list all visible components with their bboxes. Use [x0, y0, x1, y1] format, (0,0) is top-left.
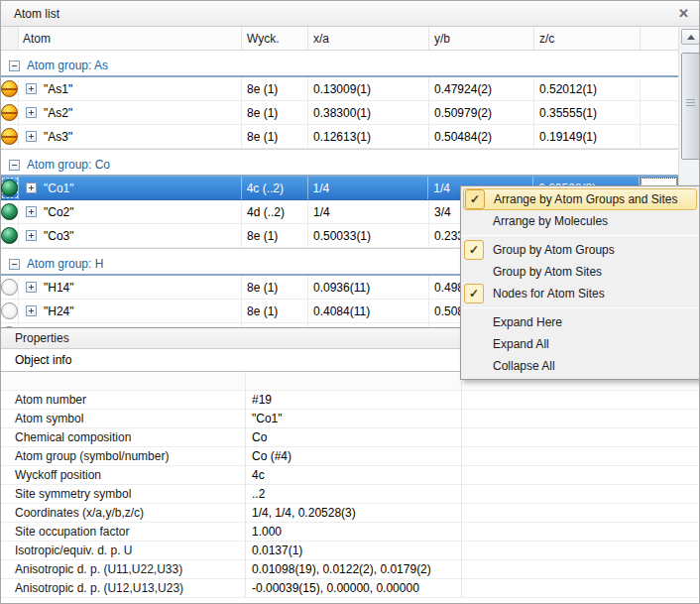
expand-plus-icon[interactable] — [26, 230, 37, 241]
cell-wyck: 8e (1) — [242, 101, 308, 124]
properties-table: Atom number #19 Atom symbol "Co1" Chemic… — [1, 372, 700, 598]
property-value: 0.0137(1) — [246, 542, 462, 559]
table-row: Site symmetry symbol ..2 — [1, 485, 700, 504]
atom-name: "As1" — [44, 82, 72, 96]
checkmark-icon: ✓ — [464, 284, 484, 303]
atom-list-window: Atom list ✕ Atom Wyck. x/a y/b z/c Atom … — [0, 0, 700, 604]
table-row: Anisotropic d. p. (U11,U22,U33) 0.01098(… — [1, 560, 700, 579]
cell-wyck: 4d (..2) — [242, 200, 308, 223]
cell-xa: 0.12613(1) — [308, 125, 429, 148]
menu-item-nodes-for-atom-sites[interactable]: ✓ Nodes for Atom Sites — [461, 283, 699, 304]
cell-xa: 0.13009(1) — [308, 77, 429, 100]
cell-yb: 0.50979(2) — [429, 101, 534, 124]
property-label: Wyckoff position — [1, 466, 246, 484]
column-header-yb[interactable]: y/b — [429, 27, 534, 50]
property-label: Isotropic/equiv. d. p. U — [1, 542, 246, 559]
menu-icon-spacer — [464, 262, 484, 282]
group-title: Atom group: H — [27, 257, 103, 271]
cell-wyck: 8e (1) — [242, 125, 308, 148]
group-header-as[interactable]: Atom group: As — [1, 56, 678, 75]
column-header-wyck[interactable]: Wyck. — [242, 27, 308, 50]
property-label: Coordinates (x/a,y/b,z/c) — [1, 504, 246, 522]
atom-sphere-icon — [1, 177, 19, 199]
checkmark-icon: ✓ — [464, 240, 484, 260]
cell-xa: 0.4084(11) — [308, 300, 429, 322]
menu-item-label: Group by Atom Sites — [493, 265, 602, 279]
menu-item-collapse-all[interactable]: Collapse All — [461, 355, 699, 377]
menu-item-arrange-by-molecules[interactable]: Arrange by Molecules — [461, 210, 699, 232]
menu-item-group-by-atom-groups[interactable]: ✓ Group by Atom Groups — [461, 239, 699, 261]
atom-sphere-icon — [1, 300, 19, 322]
table-row: Site occupation factor 1.000 — [1, 523, 700, 542]
cell-yb: 0.47924(2) — [429, 77, 534, 100]
menu-item-arrange-by-atom-groups-and-sites[interactable]: ✓ Arrange by Atom Groups and Sites — [463, 188, 697, 210]
collapse-minus-icon[interactable] — [9, 160, 20, 171]
menu-icon-spacer — [464, 356, 484, 376]
menu-item-expand-all[interactable]: Expand All — [461, 333, 699, 355]
property-value: 1.000 — [246, 523, 462, 541]
column-header-extra — [641, 27, 677, 50]
atom-name: "As2" — [44, 106, 72, 120]
close-icon[interactable]: ✕ — [678, 7, 689, 20]
column-header-zc[interactable]: z/c — [534, 27, 641, 50]
scroll-up-arrow-icon[interactable] — [681, 29, 700, 45]
property-label: Site occupation factor — [1, 523, 246, 541]
expand-plus-icon[interactable] — [26, 305, 37, 316]
menu-item-label: Arrange by Molecules — [493, 214, 608, 228]
atom-name: "H24" — [44, 304, 74, 318]
table-row: Coordinates (x/a,y/b,z/c) 1/4, 1/4, 0.20… — [1, 504, 700, 523]
atom-sphere-icon — [1, 200, 19, 223]
cell-xa: 0.38300(1) — [308, 101, 429, 124]
property-value: #19 — [246, 391, 462, 409]
cell-zc: 0.19149(1) — [534, 125, 641, 148]
menu-item-group-by-atom-sites[interactable]: Group by Atom Sites — [461, 261, 699, 283]
property-label: Atom symbol — [1, 410, 246, 427]
property-value: -0.00039(15), 0.00000, 0.00000 — [246, 579, 462, 597]
table-row[interactable]: "As2" 8e (1) 0.38300(1) 0.50979(2) 0.355… — [1, 101, 678, 125]
table-row: Chemical composition Co — [1, 428, 700, 447]
column-header-xa[interactable]: x/a — [308, 27, 429, 50]
cell-extra — [641, 125, 677, 148]
property-value: 4c — [246, 466, 462, 484]
expand-plus-icon[interactable] — [26, 107, 37, 118]
atom-group-as: Atom group: As "As1" 8e (1) 0.13009(1) 0… — [1, 56, 678, 150]
atom-sphere-icon — [1, 224, 19, 247]
cell-wyck: 8e (1) — [242, 224, 308, 247]
table-row: Wyckoff position 4c — [1, 466, 700, 485]
group-title: Atom group: As — [27, 59, 108, 72]
expand-plus-icon[interactable] — [26, 182, 37, 193]
property-value: Co (#4) — [246, 447, 462, 465]
atom-name: "Co1" — [44, 181, 74, 195]
scrollbar-thumb[interactable] — [681, 53, 700, 160]
collapse-minus-icon[interactable] — [9, 259, 20, 270]
cell-wyck: 4c (..2) — [242, 177, 308, 199]
expand-plus-icon[interactable] — [26, 131, 37, 142]
property-label: Atom group (symbol/number) — [1, 447, 246, 465]
property-label: Chemical composition — [1, 428, 246, 446]
expand-plus-icon[interactable] — [26, 282, 37, 293]
table-row: Atom number #19 — [1, 391, 700, 410]
table-row[interactable]: "As3" 8e (1) 0.12613(1) 0.50484(2) 0.191… — [1, 125, 678, 149]
menu-separator — [462, 235, 698, 236]
group-title: Atom group: Co — [27, 158, 110, 172]
cell-xa: 0.0936(11) — [308, 276, 429, 299]
atom-sphere-icon — [1, 125, 19, 148]
cell-xa: 1/4 — [308, 200, 429, 223]
menu-item-expand-here[interactable]: Expand Here — [461, 311, 699, 333]
cell-extra — [641, 77, 677, 100]
table-row[interactable]: "As1" 8e (1) 0.13009(1) 0.47924(2) 0.520… — [1, 77, 678, 101]
property-value: "Co1" — [246, 410, 462, 427]
collapse-minus-icon[interactable] — [9, 60, 20, 71]
table-row: Atom symbol "Co1" — [1, 410, 700, 428]
menu-item-label: Expand All — [493, 337, 549, 351]
expand-plus-icon[interactable] — [26, 83, 37, 94]
context-menu: ✓ Arrange by Atom Groups and Sites Arran… — [460, 185, 700, 380]
atom-name: "Co3" — [44, 229, 74, 243]
property-value: Co — [246, 428, 462, 446]
atom-sphere-icon — [1, 77, 19, 100]
property-label: Anisotropic d. p. (U12,U13,U23) — [1, 579, 246, 597]
expand-plus-icon[interactable] — [26, 206, 37, 217]
column-header-atom[interactable]: Atom — [19, 27, 242, 50]
group-header-co[interactable]: Atom group: Co — [1, 155, 678, 175]
property-label: Site symmetry symbol — [1, 485, 246, 503]
